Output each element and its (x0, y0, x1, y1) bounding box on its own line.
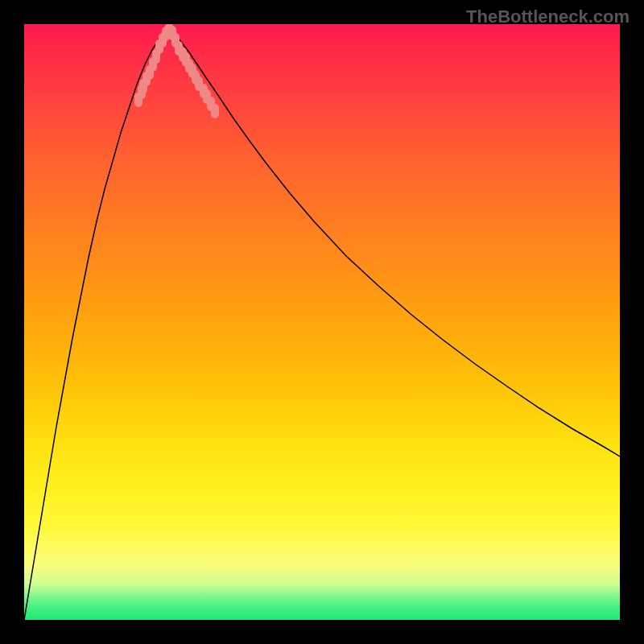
watermark-text: TheBottleneck.com (466, 6, 630, 27)
plot-gradient-background (24, 24, 620, 620)
chart-svg (24, 24, 620, 620)
curve-right-curve (169, 28, 620, 456)
curve-left-curve (24, 28, 169, 620)
data-marker (211, 104, 219, 118)
